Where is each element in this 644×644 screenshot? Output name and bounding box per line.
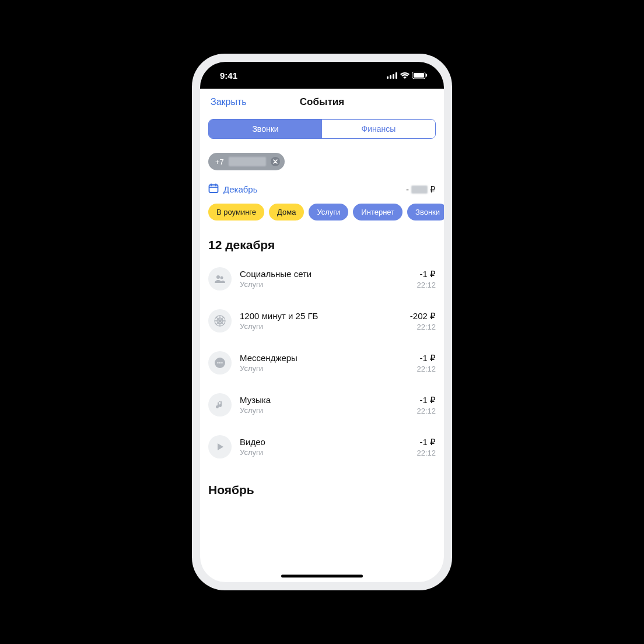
item-time: 22:12 <box>416 365 436 373</box>
filter-roaming[interactable]: В роуминге <box>208 204 264 220</box>
section-month-2: Ноябрь <box>208 483 436 497</box>
close-button[interactable]: Закрыть <box>211 97 247 107</box>
month-picker[interactable]: Декабрь <box>208 183 257 195</box>
svg-point-17 <box>217 362 218 363</box>
svg-rect-2 <box>393 74 394 79</box>
month-total-prefix: - <box>406 184 409 194</box>
close-icon[interactable] <box>271 157 280 166</box>
notch <box>261 62 383 79</box>
svg-rect-1 <box>390 75 391 79</box>
phone-filter-chip[interactable]: +7 <box>208 153 285 170</box>
item-amount: -1 ₽ <box>416 353 436 363</box>
tab-finance[interactable]: Финансы <box>322 120 435 138</box>
music-icon <box>208 393 232 416</box>
nav-bar: Закрыть События <box>200 89 444 116</box>
calendar-icon <box>208 183 219 195</box>
month-total: - ₽ <box>406 184 436 195</box>
svg-rect-0 <box>387 76 388 79</box>
signal-icon <box>387 72 397 79</box>
section-date-1: 12 декабря <box>208 238 436 252</box>
filter-calls[interactable]: Звонки <box>407 204 444 220</box>
svg-rect-8 <box>209 185 218 192</box>
month-total-currency: ₽ <box>430 184 436 195</box>
item-title: Видео <box>240 437 416 447</box>
item-category: Услуги <box>240 448 416 457</box>
status-time: 9:41 <box>220 71 237 80</box>
people-icon <box>208 267 232 290</box>
svg-point-19 <box>221 362 222 363</box>
item-category: Услуги <box>240 322 410 331</box>
item-amount: -202 ₽ <box>410 311 436 321</box>
item-title: Мессенджеры <box>240 353 416 363</box>
list-item[interactable]: Музыка Услуги -1 ₽ 22:12 <box>208 384 436 426</box>
filter-pills[interactable]: В роуминге Дома Услуги Интернет Звонки <box>200 204 444 223</box>
wifi-icon <box>400 72 410 79</box>
filter-internet[interactable]: Интернет <box>353 204 402 220</box>
battery-icon <box>412 72 428 79</box>
segmented-control: Звонки Финансы <box>208 119 436 139</box>
item-title: 1200 минут и 25 ГБ <box>240 311 410 321</box>
status-icons <box>387 72 428 79</box>
screen: 9:41 Закрыть События Звонки Финансы <box>200 62 444 582</box>
item-time: 22:12 <box>416 281 436 289</box>
phone-frame: 9:41 Закрыть События Звонки Финансы <box>192 54 452 590</box>
filter-home[interactable]: Дома <box>269 204 304 220</box>
item-title: Социальные сети <box>240 269 416 279</box>
item-category: Услуги <box>240 280 416 289</box>
play-icon <box>208 435 232 459</box>
svg-rect-3 <box>396 72 397 79</box>
chip-redacted-number <box>229 157 266 166</box>
item-time: 22:12 <box>410 323 436 331</box>
list-item[interactable]: Видео Услуги -1 ₽ 22:12 <box>208 426 436 468</box>
svg-point-13 <box>220 276 223 279</box>
item-amount: -1 ₽ <box>416 437 436 447</box>
item-category: Услуги <box>240 406 416 415</box>
svg-point-12 <box>216 275 220 279</box>
svg-rect-6 <box>426 74 427 77</box>
event-list[interactable]: 12 декабря Социальные сети Услуги -1 ₽ 2… <box>200 223 444 582</box>
item-amount: -1 ₽ <box>416 269 436 279</box>
svg-rect-5 <box>414 73 424 78</box>
filter-services[interactable]: Услуги <box>309 204 348 220</box>
item-time: 22:12 <box>416 407 436 415</box>
home-indicator[interactable] <box>281 575 363 578</box>
chat-icon <box>208 351 232 374</box>
chip-prefix: +7 <box>215 158 224 166</box>
plan-icon <box>208 309 232 332</box>
item-category: Услуги <box>240 364 416 373</box>
list-item[interactable]: 1200 минут и 25 ГБ Услуги -202 ₽ 22:12 <box>208 300 436 342</box>
item-amount: -1 ₽ <box>416 395 436 405</box>
page-title: События <box>300 96 344 108</box>
svg-point-18 <box>219 362 220 363</box>
month-row: Декабрь - ₽ <box>208 183 436 195</box>
month-total-redacted <box>411 186 428 194</box>
list-item[interactable]: Социальные сети Услуги -1 ₽ 22:12 <box>208 258 436 300</box>
list-item[interactable]: Мессенджеры Услуги -1 ₽ 22:12 <box>208 342 436 384</box>
item-time: 22:12 <box>416 449 436 457</box>
tab-calls[interactable]: Звонки <box>209 120 322 138</box>
item-title: Музыка <box>240 395 416 405</box>
month-label: Декабрь <box>223 184 257 194</box>
